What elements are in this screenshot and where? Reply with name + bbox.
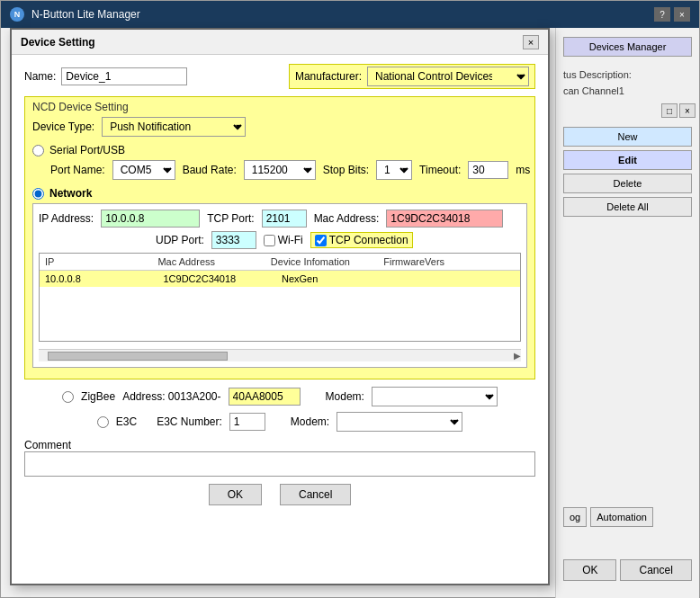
col-firmware: FirmwareVers: [381, 255, 516, 268]
stop-bits-select[interactable]: 1: [376, 160, 412, 180]
close-main-button[interactable]: ×: [674, 7, 690, 22]
bottom-panel-actions: og Automation: [556, 507, 699, 527]
wifi-label-wrap: Wi-Fi: [264, 234, 303, 246]
modal-title-bar: Device Setting ×: [12, 30, 548, 55]
comment-input[interactable]: [24, 451, 535, 477]
cell-firmware: [399, 272, 517, 285]
inner-minimize-button[interactable]: □: [661, 103, 678, 118]
device-setting-dialog: Device Setting × Name: Manufacturer: Nat…: [10, 28, 550, 585]
scan-channel-label: can Channel1: [556, 84, 699, 98]
ip-address-input[interactable]: [101, 210, 200, 228]
ip-address-label: IP Address:: [39, 212, 94, 225]
zigbee-e3c-row: ZigBee Address: 0013A200- Modem: E3C E3C…: [24, 387, 535, 432]
manufacturer-label: Manufacturer:: [295, 70, 362, 83]
right-panel: Devices Manager tus Description: can Cha…: [555, 28, 699, 598]
cell-device: NexGen: [280, 272, 399, 285]
zigbee-modem-select[interactable]: [372, 387, 498, 406]
title-bar: N N-Button Lite Manager ? ×: [1, 1, 699, 28]
status-description-label: tus Description:: [556, 66, 699, 84]
ok-button[interactable]: OK: [209, 484, 262, 505]
udp-port-label: UDP Port:: [156, 234, 204, 246]
port-name-label: Port Name:: [50, 164, 105, 176]
e3c-modem-select[interactable]: [337, 412, 462, 432]
main-window: N N-Button Lite Manager ? × Devices Mana…: [0, 0, 700, 598]
comment-section: Comment: [24, 439, 535, 477]
network-radio-row: Network: [32, 187, 527, 200]
ncd-section-label: NCD Device Setting: [32, 101, 527, 113]
comment-label: Comment: [24, 439, 535, 451]
baud-rate-wrapper: 115200: [244, 160, 316, 180]
app-title: N-Button Lite Manager: [31, 8, 140, 21]
network-radio[interactable]: [32, 188, 44, 200]
title-bar-buttons: ? ×: [654, 7, 690, 22]
scroll-thumb[interactable]: [48, 352, 228, 361]
devices-manager-button[interactable]: Devices Manager: [563, 37, 692, 57]
empty-table-area: [40, 287, 520, 341]
e3c-modem-label: Modem:: [291, 415, 329, 428]
zigbee-address-input[interactable]: [229, 388, 301, 406]
right-ok-button[interactable]: OK: [563, 559, 616, 581]
cancel-button[interactable]: Cancel: [280, 484, 351, 505]
port-name-select[interactable]: COM5: [112, 160, 175, 180]
serial-port-label: Serial Port/USB: [49, 144, 125, 156]
name-label: Name:: [24, 70, 56, 83]
udp-row: UDP Port: Wi-Fi TCP Connection: [156, 231, 521, 249]
e3c-radio[interactable]: [97, 416, 109, 428]
new-button[interactable]: New: [563, 127, 692, 147]
tcp-port-label: TCP Port:: [207, 212, 254, 225]
port-row: Port Name: COM5 Baud Rate: 115200 Stop B…: [50, 160, 527, 180]
modal-close-button[interactable]: ×: [523, 35, 539, 49]
help-button[interactable]: ?: [654, 7, 670, 22]
inner-close-button[interactable]: ×: [679, 103, 696, 118]
edit-button[interactable]: Edit: [563, 150, 692, 170]
right-cancel-button[interactable]: Cancel: [620, 559, 691, 581]
zigbee-radio[interactable]: [62, 391, 74, 403]
serial-port-radio[interactable]: [32, 145, 44, 156]
serial-port-radio-row: Serial Port/USB: [32, 144, 527, 156]
table-header: IP Mac Address Device Infomation Firmwar…: [40, 254, 520, 271]
tcp-port-input[interactable]: [262, 210, 307, 228]
manufacturer-select[interactable]: National Control Devices: [367, 67, 529, 86]
stop-bits-label: Stop Bits:: [323, 164, 369, 176]
ncd-section: NCD Device Setting Device Type: Push Not…: [24, 96, 535, 379]
title-bar-left: N N-Button Lite Manager: [10, 7, 140, 22]
delete-all-button[interactable]: Delete All: [563, 197, 692, 217]
device-type-select[interactable]: Push Notification: [102, 117, 246, 137]
e3c-number-input[interactable]: [229, 413, 265, 431]
zigbee-label: ZigBee: [81, 390, 115, 403]
inner-dialog-bar: □ ×: [556, 102, 699, 120]
wifi-checkbox[interactable]: [264, 235, 275, 246]
e3c-number-label: E3C Number:: [157, 415, 222, 428]
zigbee-modem-wrapper: [372, 387, 498, 406]
ip-row: IP Address: TCP Port: Mac Address:: [39, 210, 521, 228]
tcp-connection-label: TCP Connection: [329, 234, 408, 246]
timeout-label: Timeout:: [419, 164, 461, 176]
automation-button[interactable]: Automation: [590, 507, 653, 527]
mac-address-label: Mac Address:: [314, 212, 380, 225]
name-input[interactable]: [61, 67, 187, 85]
modal-body: Name: Manufacturer: National Control Dev…: [12, 55, 548, 514]
cell-ip: 10.0.0.8: [43, 272, 162, 285]
baud-rate-select[interactable]: 115200: [244, 160, 316, 180]
manufacturer-select-wrapper: National Control Devices: [367, 67, 529, 86]
log-button[interactable]: og: [563, 507, 587, 527]
delete-button[interactable]: Delete: [563, 174, 692, 193]
tcp-connection-label-wrap: TCP Connection: [310, 232, 413, 248]
zigbee-address-label: Address: 0013A200-: [122, 390, 220, 403]
zigbee-modem-label: Modem:: [326, 390, 364, 403]
right-buttons-panel: New Edit Delete Delete All: [556, 120, 699, 224]
col-device: Device Infomation: [269, 255, 381, 268]
scroll-area[interactable]: ▶: [39, 349, 521, 361]
device-type-wrapper: Push Notification: [102, 117, 246, 137]
col-ip: IP: [43, 255, 156, 268]
tcp-connection-checkbox[interactable]: [315, 235, 327, 246]
udp-port-input[interactable]: [211, 231, 256, 249]
timeout-input[interactable]: [468, 161, 508, 179]
table-row[interactable]: 10.0.0.8 1C9DC2C34018 NexGen: [40, 271, 520, 287]
cell-mac: 1C9DC2C34018: [162, 272, 281, 285]
zigbee-row: ZigBee Address: 0013A200- Modem:: [62, 387, 498, 406]
device-table: IP Mac Address Device Infomation Firmwar…: [39, 253, 521, 342]
right-footer-buttons: OK Cancel: [556, 559, 699, 581]
mac-address-input[interactable]: [386, 210, 503, 228]
modal-title: Device Setting: [21, 36, 95, 49]
